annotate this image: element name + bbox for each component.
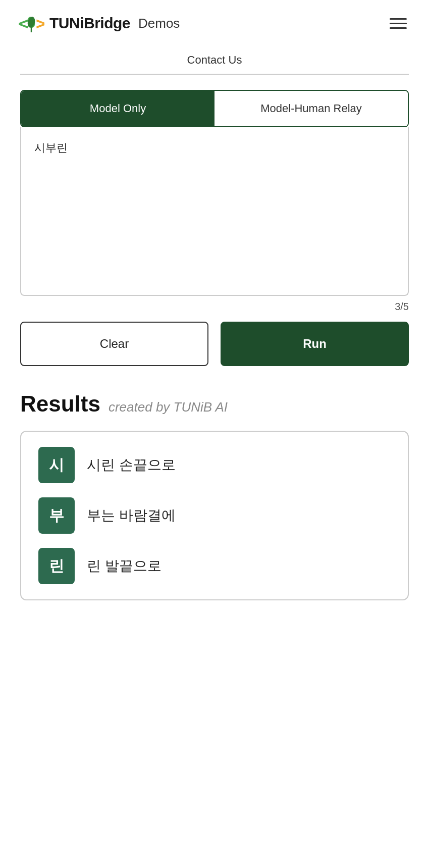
svg-text:>: >	[36, 13, 44, 33]
results-section: Results created by TUNiB AI 시 시린 손끝으로 부 …	[20, 391, 409, 600]
result-badge-1: 시	[38, 447, 75, 483]
result-item-1: 시 시린 손끝으로	[38, 447, 391, 483]
logo-text: TUNiBridge	[49, 15, 130, 32]
result-badge-2: 부	[38, 497, 75, 534]
tab-model-only[interactable]: Model Only	[21, 91, 215, 126]
tunibridge-logo-svg: < >	[18, 12, 44, 34]
svg-text:<: <	[18, 13, 28, 33]
main-content: Model Only Model-Human Relay 시부린 3/5 Cle…	[0, 75, 429, 621]
nav-bar: Contact Us	[20, 44, 409, 75]
hamburger-menu-button[interactable]	[386, 14, 411, 33]
result-badge-3: 린	[38, 548, 75, 584]
result-text-2: 부는 바람결에	[87, 506, 176, 525]
text-input[interactable]: 시부린	[34, 139, 395, 281]
logo-icon: < >	[18, 12, 44, 34]
input-wrapper: 시부린	[20, 127, 409, 296]
hamburger-icon	[390, 18, 407, 20]
contact-us-link[interactable]: Contact Us	[187, 54, 242, 66]
demos-label: Demos	[138, 16, 180, 31]
tab-model-human-relay[interactable]: Model-Human Relay	[215, 91, 408, 126]
app-header: < > TUNiBridge Demos	[0, 0, 429, 44]
results-header: Results created by TUNiB AI	[20, 391, 409, 417]
tab-switcher: Model Only Model-Human Relay	[20, 90, 409, 127]
result-item-3: 린 린 발끝으로	[38, 548, 391, 584]
results-subtitle: created by TUNiB AI	[109, 399, 228, 415]
hamburger-icon-line2	[390, 23, 407, 24]
clear-button[interactable]: Clear	[20, 322, 208, 366]
run-button[interactable]: Run	[221, 322, 409, 366]
results-card: 시 시린 손끝으로 부 부는 바람결에 린 린 발끝으로	[20, 431, 409, 600]
char-count: 3/5	[20, 301, 409, 313]
hamburger-icon-line3	[390, 27, 407, 29]
result-item-2: 부 부는 바람결에	[38, 497, 391, 534]
action-buttons-row: Clear Run	[20, 322, 409, 366]
results-title: Results	[20, 391, 100, 417]
logo-area: < > TUNiBridge Demos	[18, 12, 180, 34]
result-text-3: 린 발끝으로	[87, 556, 162, 576]
result-text-1: 시린 손끝으로	[87, 455, 176, 475]
